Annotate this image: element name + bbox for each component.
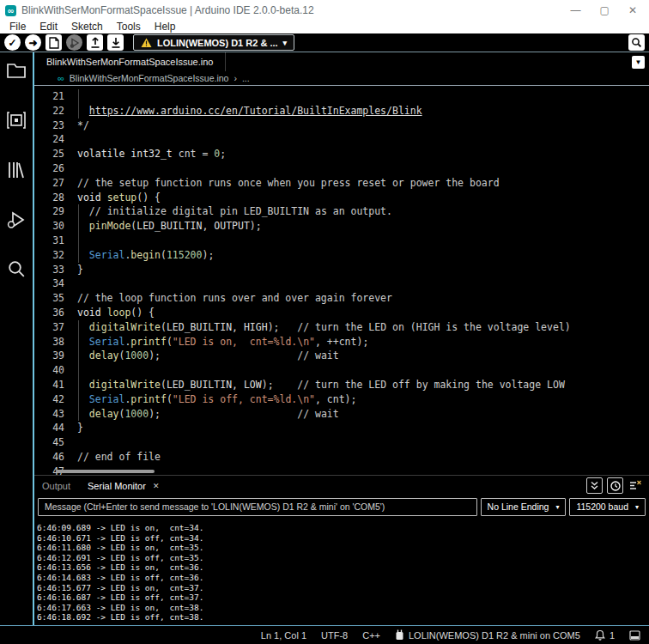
double-chevron-down-icon [590, 481, 599, 490]
code-line[interactable]: 25volatile int32_t cnt = 0; [34, 147, 649, 161]
serial-line: 6:46:12.691 -> LED is off, cnt=35. [37, 553, 649, 563]
code-line[interactable]: 35// the loop function runs over and ove… [34, 291, 649, 306]
code-line[interactable]: 37 digitalWrite(LED_BUILTIN, HIGH); // t… [34, 320, 649, 335]
code-line[interactable]: 45 [34, 435, 649, 450]
line-ending-dropdown[interactable]: No Line Ending ▾ [481, 498, 567, 516]
upload-button[interactable]: ➜ [25, 34, 41, 51]
board-port-indicator[interactable]: LOLIN(WEMOS) D1 R2 & mini on COM5 [395, 629, 580, 641]
code-editor[interactable]: 2122 https://www.arduino.cc/en/Tutorial/… [34, 86, 649, 475]
menu-edit[interactable]: Edit [33, 21, 64, 33]
collapse-panel-button[interactable] [586, 477, 603, 494]
code-text: volatile int32_t cnt = 0; [77, 147, 226, 161]
code-line[interactable]: 30 pinMode(LED_BUILTIN, OUTPUT); [34, 219, 649, 234]
baud-rate-dropdown[interactable]: 115200 baud ▾ [569, 498, 646, 516]
code-line[interactable]: 34 [34, 276, 649, 291]
code-line[interactable]: 40 [34, 363, 649, 378]
breadcrumb-more[interactable]: ... [242, 73, 250, 83]
code-line[interactable]: 42 Serial.printf("LED is off, cnt=%ld.\n… [34, 392, 649, 407]
timestamp-toggle-button[interactable] [607, 477, 623, 494]
line-number: 36 [34, 306, 64, 320]
serial-output[interactable]: 6:46:09.689 -> LED is on, cnt=34.6:46:10… [34, 518, 649, 629]
code-line[interactable]: 28void setup() { [34, 191, 649, 205]
code-line[interactable]: 21 [34, 89, 649, 104]
maximize-icon[interactable]: ▢ [600, 4, 610, 16]
line-number: 21 [34, 89, 64, 104]
code-text: } [77, 263, 83, 277]
code-text: // end of file [77, 450, 161, 465]
tab-serial-monitor[interactable]: Serial Monitor ✕ [88, 481, 159, 491]
clear-output-button[interactable] [628, 478, 642, 493]
code-line[interactable]: 22 https://www.arduino.cc/en/Tutorial/Bu… [34, 104, 649, 118]
debug-icon [70, 38, 80, 48]
code-line[interactable]: 31 [34, 234, 649, 248]
close-icon[interactable]: ✕ [153, 482, 160, 490]
line-number: 28 [34, 191, 64, 205]
code-line[interactable]: 32 Serial.begin(115200); [34, 248, 649, 263]
breadcrumb-file[interactable]: BlinkWithSerMonFormatSpaceIssue.ino [70, 73, 229, 83]
bottom-panel: Output Serial Monitor ✕ [34, 475, 649, 629]
code-line[interactable]: 41 digitalWrite(LED_BUILTIN, LOW); // tu… [34, 378, 649, 392]
sidebar-item-library-manager[interactable] [6, 159, 27, 180]
board-port-label: LOLIN(WEMOS) D1 R2 & mini on COM5 [409, 630, 580, 641]
line-number: 44 [34, 421, 64, 435]
editor-tab-label: BlinkWithSerMonFormatSpaceIssue.ino [46, 57, 213, 67]
code-line[interactable]: 44} [34, 421, 649, 435]
editor-area: BlinkWithSerMonFormatSpaceIssue.ino ▼ ∞ … [34, 52, 649, 475]
open-button[interactable] [87, 34, 103, 51]
new-sketch-button[interactable] [45, 34, 62, 51]
code-line[interactable]: 24 [34, 132, 649, 147]
code-line[interactable]: 33} [34, 263, 649, 277]
editor-tab[interactable]: BlinkWithSerMonFormatSpaceIssue.ino [34, 52, 226, 71]
sidebar-item-search[interactable] [6, 258, 27, 280]
notifications-indicator[interactable]: 1 [595, 629, 615, 641]
debug-button[interactable] [66, 34, 82, 51]
sidebar-item-sketchbook[interactable] [6, 59, 27, 81]
line-number: 39 [34, 349, 64, 363]
line-number: 35 [34, 291, 64, 306]
code-line[interactable]: 36void loop() { [34, 306, 649, 320]
horizontal-scrollbar[interactable] [56, 470, 155, 473]
panel-layout-button[interactable] [629, 630, 640, 641]
verify-button[interactable]: ✓ [4, 34, 21, 51]
line-number: 42 [34, 392, 64, 407]
sidebar-item-boards-manager[interactable] [6, 109, 27, 131]
menu-help[interactable]: Help [148, 21, 183, 33]
board-plug-icon [395, 629, 404, 641]
cursor-position[interactable]: Ln 1, Col 1 [261, 630, 306, 641]
save-button[interactable] [107, 34, 124, 51]
language-indicator[interactable]: C++ [362, 630, 380, 641]
code-line[interactable]: 29 // initialize digital pin LED_BUILTIN… [34, 204, 649, 219]
code-line[interactable]: 39 delay(1000); // wait [34, 349, 649, 363]
serial-monitor-button[interactable] [628, 34, 645, 51]
menu-file[interactable]: File [3, 21, 33, 33]
line-number: 25 [34, 147, 64, 161]
code-text: // the loop function runs over and over … [77, 291, 392, 306]
serial-line: 6:46:16.687 -> LED is off, cnt=37. [37, 592, 649, 603]
line-number: 29 [34, 204, 64, 219]
code-line[interactable]: 27// the setup function runs once when y… [34, 176, 649, 191]
menu-sketch[interactable]: Sketch [64, 21, 110, 33]
window-close-icon[interactable]: ✕ [628, 4, 637, 16]
code-line[interactable]: 46// end of file [34, 450, 649, 465]
code-line[interactable]: 23*/ [34, 118, 649, 133]
serial-message-input[interactable] [38, 498, 477, 516]
serial-line: 6:46:17.663 -> LED is on, cnt=38. [37, 603, 649, 613]
code-line[interactable]: 43 delay(1000); // wait [34, 407, 649, 422]
menu-tools[interactable]: Tools [110, 21, 148, 33]
chevron-down-icon: ▾ [555, 503, 559, 511]
titlebar: ∞ BlinkWithSerMonFormatSpaceIssue | Ardu… [0, 0, 649, 19]
tabbar-more-button[interactable]: ▼ [632, 56, 645, 69]
board-selector-dropdown[interactable]: LOLIN(WEMOS) D1 R2 & ... ▾ [133, 34, 294, 51]
encoding-indicator[interactable]: UTF-8 [321, 630, 348, 641]
minimize-icon[interactable]: — [571, 4, 581, 16]
bell-icon [595, 629, 605, 641]
tab-output-label: Output [42, 481, 70, 491]
line-ending-value: No Line Ending [488, 501, 549, 512]
chevron-down-icon: ▾ [283, 39, 288, 47]
tab-output[interactable]: Output [42, 481, 70, 491]
sidebar-item-debug[interactable] [6, 209, 27, 230]
code-text: */ [77, 118, 89, 133]
code-line[interactable]: 38 Serial.printf("LED is on, cnt=%ld.\n"… [34, 335, 649, 349]
code-line[interactable]: 26 [34, 161, 649, 176]
arduino-app-icon: ∞ [5, 5, 16, 16]
